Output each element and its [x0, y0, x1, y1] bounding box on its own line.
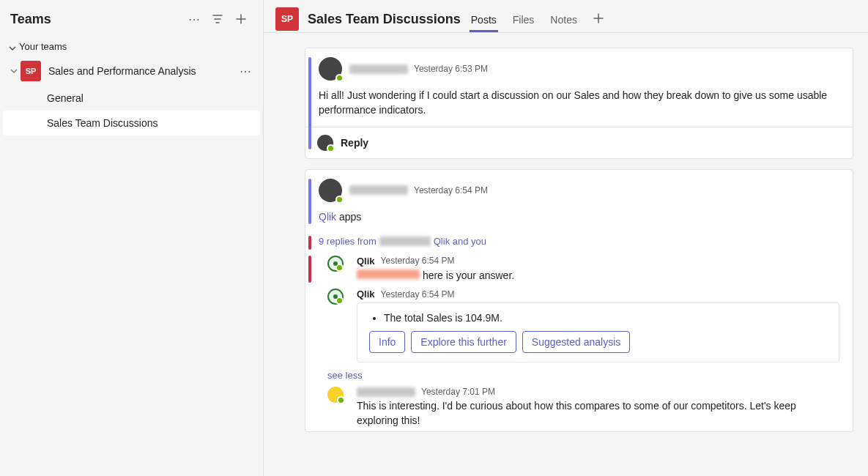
post-head: Yesterday 6:53 PM: [319, 57, 838, 81]
suggested-analysis-button[interactable]: Suggested analysis: [522, 331, 630, 353]
reply-text: here is your answer.: [357, 268, 839, 283]
info-button[interactable]: Info: [369, 331, 405, 353]
post-text-after-link: apps: [336, 211, 361, 223]
your-teams-label: Your teams: [19, 41, 67, 52]
more-icon[interactable]: ⋯: [182, 7, 206, 31]
qlik-avatar[interactable]: [327, 289, 344, 305]
see-less-link[interactable]: see less: [305, 365, 853, 381]
replies-summary-suffix: Qlik and you: [434, 236, 486, 247]
channel-general[interactable]: General: [3, 86, 260, 111]
post-text: Qlik apps: [319, 209, 838, 224]
presence-available-icon: [335, 264, 344, 272]
reply-timestamp: Yesterday 7:01 PM: [421, 387, 495, 397]
presence-available-icon: [335, 297, 344, 305]
tab-notes[interactable]: Notes: [549, 10, 579, 32]
reply: Qlik Yesterday 6:54 PM here is your answ…: [305, 253, 853, 286]
replies-summary-name-redacted: [379, 237, 431, 246]
main-area: SP Sales Team Discussions Posts Files No…: [264, 0, 868, 476]
caret-down-icon: [10, 65, 18, 77]
tabs: Posts Files Notes: [470, 6, 605, 32]
explore-further-button[interactable]: Explore this further: [411, 331, 516, 353]
author-name-redacted: [357, 387, 415, 397]
your-teams-toggle[interactable]: Your teams: [0, 37, 263, 56]
presence-available-icon: [335, 196, 344, 204]
post: Yesterday 6:53 PM Hi all! Just wondering…: [305, 48, 853, 159]
post-text: Hi all! Just wondering if I could start …: [319, 88, 838, 118]
reply-author: Qlik: [357, 289, 375, 300]
caret-down-icon: [9, 43, 16, 51]
reply-timestamp: Yesterday 6:54 PM: [381, 256, 455, 266]
mention-redacted: [357, 269, 420, 279]
author-name-redacted: [349, 185, 408, 195]
qlik-avatar[interactable]: [327, 256, 344, 272]
tab-posts[interactable]: Posts: [470, 10, 498, 32]
avatar[interactable]: [319, 57, 342, 81]
avatar[interactable]: [319, 179, 342, 202]
add-tab-icon[interactable]: [592, 9, 605, 32]
team-row[interactable]: SP Sales and Performance Analysis ⋯: [0, 56, 263, 86]
avatar[interactable]: [327, 387, 344, 403]
author-name-redacted: [349, 64, 408, 74]
presence-available-icon: [327, 144, 335, 152]
answer-card: The total Sales is 104.9M. Info Explore …: [357, 302, 839, 362]
reply-bar[interactable]: Reply: [305, 127, 853, 158]
reply-text: This is interesting. I'd be curious abou…: [357, 398, 839, 428]
channel-header: SP Sales Team Discussions Posts Files No…: [264, 0, 868, 32]
post: Yesterday 6:54 PM Qlik apps 9 replies fr…: [305, 169, 853, 432]
presence-available-icon: [335, 74, 344, 82]
team-more-icon[interactable]: ⋯: [234, 59, 257, 83]
posts-feed[interactable]: Yesterday 6:53 PM Hi all! Just wondering…: [264, 33, 868, 476]
channel-sales-team-discussions[interactable]: Sales Team Discussions: [3, 111, 260, 135]
team-badge: SP: [21, 61, 41, 81]
tab-files[interactable]: Files: [511, 10, 536, 32]
reply: Yesterday 7:01 PM This is interesting. I…: [305, 381, 853, 431]
reply-label: Reply: [341, 137, 368, 149]
sidebar-title: Teams: [10, 12, 182, 27]
replies-summary[interactable]: 9 replies from Qlik and you: [305, 233, 853, 253]
post-timestamp: Yesterday 6:54 PM: [414, 185, 488, 196]
reply-timestamp: Yesterday 6:54 PM: [381, 289, 455, 300]
channel-title: Sales Team Discussions: [308, 12, 461, 27]
presence-available-icon: [337, 396, 345, 404]
post-timestamp: Yesterday 6:53 PM: [414, 64, 488, 74]
channel-badge: SP: [275, 7, 299, 31]
channel-label: Sales Team Discussions: [47, 117, 157, 129]
reply: Qlik Yesterday 6:54 PM The total Sales i…: [305, 286, 853, 365]
team-name: Sales and Performance Analysis: [48, 65, 234, 77]
qlik-link[interactable]: Qlik: [319, 211, 336, 223]
post-head: Yesterday 6:54 PM: [319, 179, 838, 202]
channel-label: General: [47, 92, 84, 104]
add-team-icon[interactable]: [229, 7, 253, 31]
reply-author: Qlik: [357, 256, 375, 267]
answer-bullet: The total Sales is 104.9M.: [384, 312, 827, 324]
avatar: [317, 135, 333, 151]
teams-sidebar: Teams ⋯ Your teams SP Sales and Performa…: [0, 0, 264, 476]
sidebar-header: Teams ⋯: [0, 0, 263, 37]
replies-summary-prefix: 9 replies from: [319, 236, 376, 247]
filter-icon[interactable]: [206, 7, 229, 31]
